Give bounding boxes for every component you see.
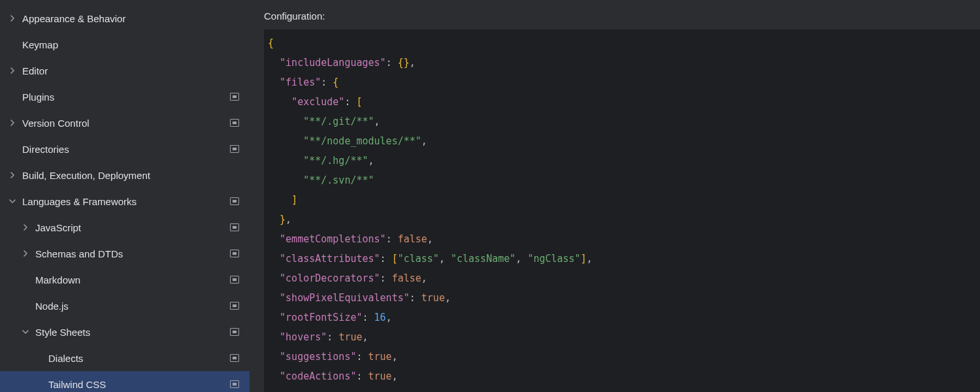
sidebar-item-label: Version Control [22, 118, 242, 129]
code-line: "includeLanguages": {}, [268, 53, 980, 73]
code-line: { [268, 33, 980, 53]
chevron-right-icon[interactable] [7, 117, 18, 129]
sidebar-item-dialects[interactable]: Dialects [0, 345, 250, 371]
sidebar-item-tailwind-css[interactable]: Tailwind CSS [0, 371, 250, 392]
sidebar-item-label: Node.js [35, 301, 242, 312]
configuration-label: Configuration: [264, 10, 980, 22]
code-line: "emmetCompletions": false, [268, 229, 980, 249]
chevron-right-icon[interactable] [7, 12, 18, 24]
project-scope-icon [230, 223, 239, 231]
code-line: "**/.svn/**" [268, 171, 980, 190]
code-line: "suggestions": true, [268, 347, 980, 367]
code-line: "**/.git/**", [268, 112, 980, 131]
code-line: "rootFontSize": 16, [268, 308, 980, 327]
code-line: ] [268, 190, 980, 210]
sidebar-item-label: Tailwind CSS [48, 379, 242, 390]
chevron-down-icon[interactable] [20, 326, 31, 338]
configuration-editor[interactable]: { "includeLanguages": {}, "files": { "ex… [264, 29, 980, 392]
settings-content: Configuration: { "includeLanguages": {},… [250, 0, 980, 392]
sidebar-item-label: Languages & Frameworks [22, 196, 242, 207]
code-line: "**/node_modules/**", [268, 131, 980, 151]
sidebar-item-javascript[interactable]: JavaScript [0, 214, 250, 240]
sidebar-item-label: Keymap [22, 39, 242, 50]
project-scope-icon [230, 276, 239, 284]
project-scope-icon [230, 145, 239, 153]
project-scope-icon [230, 328, 239, 336]
sidebar-item-label: JavaScript [35, 222, 242, 233]
sidebar-item-label: Appearance & Behavior [22, 13, 242, 24]
code-line: "codeActions": true, [268, 367, 980, 386]
project-scope-icon [230, 119, 239, 127]
chevron-right-icon[interactable] [7, 65, 18, 76]
sidebar-item-label: Plugins [22, 91, 242, 103]
chevron-right-icon[interactable] [7, 169, 18, 181]
sidebar-item-keymap[interactable]: Keymap [0, 31, 250, 57]
sidebar-item-build-execution-deployment[interactable]: Build, Execution, Deployment [0, 162, 250, 188]
sidebar-item-node-js[interactable]: Node.js [0, 293, 250, 319]
code-line: "showPixelEquivalents": true, [268, 288, 980, 308]
project-scope-icon [230, 250, 239, 257]
sidebar-item-label: Editor [22, 65, 242, 76]
sidebar-item-version-control[interactable]: Version Control [0, 110, 250, 136]
settings-sidebar: Appearance & BehaviorKeymapEditorPlugins… [0, 0, 250, 392]
chevron-down-icon[interactable] [7, 195, 18, 207]
sidebar-item-label: Style Sheets [35, 327, 242, 338]
project-scope-icon [230, 380, 239, 388]
sidebar-item-editor[interactable]: Editor [0, 57, 250, 84]
sidebar-item-label: Markdown [35, 274, 242, 286]
sidebar-item-markdown[interactable]: Markdown [0, 267, 250, 293]
project-scope-icon [230, 354, 239, 362]
sidebar-item-label: Directories [22, 144, 242, 155]
sidebar-item-languages-frameworks[interactable]: Languages & Frameworks [0, 188, 250, 214]
code-line: "classAttributes": ["class", "className"… [268, 249, 980, 269]
sidebar-item-label: Build, Execution, Deployment [22, 170, 242, 181]
sidebar-item-style-sheets[interactable]: Style Sheets [0, 319, 250, 345]
project-scope-icon [230, 197, 239, 205]
project-scope-icon [230, 93, 239, 101]
sidebar-item-appearance-behavior[interactable]: Appearance & Behavior [0, 5, 250, 31]
code-line: "colorDecorators": false, [268, 269, 980, 288]
code-line: "exclude": [ [268, 92, 980, 112]
project-scope-icon [230, 302, 239, 310]
sidebar-item-label: Dialects [48, 353, 242, 364]
code-line: }, [268, 210, 980, 229]
sidebar-item-label: Schemas and DTDs [35, 248, 242, 259]
sidebar-item-directories[interactable]: Directories [0, 136, 250, 162]
sidebar-item-schemas-and-dtds[interactable]: Schemas and DTDs [0, 240, 250, 267]
chevron-right-icon[interactable] [20, 221, 31, 233]
code-line: "files": { [268, 73, 980, 92]
code-line: "hovers": true, [268, 327, 980, 347]
chevron-right-icon[interactable] [20, 248, 31, 259]
code-line: "**/.hg/**", [268, 151, 980, 171]
sidebar-item-plugins[interactable]: Plugins [0, 84, 250, 110]
